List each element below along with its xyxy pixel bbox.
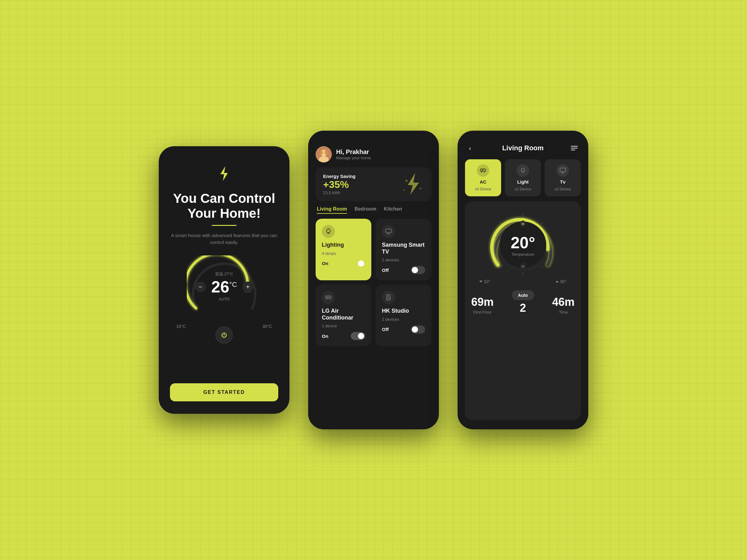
lg-ac-status: On [322, 334, 328, 339]
lighting-toggle[interactable] [351, 260, 365, 268]
device-card-samsung-tv[interactable]: Samsung Smart TV 2 devices Off [376, 219, 431, 280]
light-type-icon [517, 164, 529, 177]
lighting-name: Lighting [322, 242, 365, 248]
power-button[interactable] [215, 326, 233, 344]
profile-text: Hi, Prakhar Manage your home [336, 149, 371, 160]
dial-temperature: 20° [511, 233, 535, 252]
temp-controls: − 26°C + [195, 279, 253, 295]
lg-ac-footer: On [322, 332, 365, 340]
svg-text:⊕: ⊕ [522, 264, 524, 268]
phone-2: Hi, Prakhar Manage your home Energy Savi… [308, 131, 439, 429]
device-type-grid: AC x4 Device Light x2 Device Tv [465, 159, 581, 196]
device-card-lg-ac[interactable]: LG Air Conditionar 1 device On [316, 285, 371, 346]
svg-point-9 [419, 188, 421, 189]
stats-row: 69m First Floor Auto 2 46m Time [471, 290, 574, 315]
tv-icon [559, 167, 566, 174]
auto-badge[interactable]: Auto [512, 290, 534, 300]
hk-studio-count: 2 devices [382, 317, 425, 322]
dial-container: ❄ ⊕ 20° Temperature [486, 208, 560, 282]
stat1-label: First Floor [473, 310, 492, 315]
get-started-button[interactable]: GET STARTED [170, 383, 278, 401]
tv-type-name: Tv [560, 179, 566, 185]
hk-studio-icon [382, 291, 395, 304]
device-card-hk-studio[interactable]: HK Studio 2 devices Off [376, 285, 431, 346]
svg-line-42 [548, 229, 550, 230]
lighting-status: On [322, 261, 328, 266]
ac-type-count: x4 Device [475, 187, 491, 191]
hk-studio-toggle[interactable] [411, 325, 425, 334]
ac-icon [480, 167, 487, 174]
device-card-lighting[interactable]: Lighting 4 lamps On [316, 219, 371, 280]
thermostat: 室温 27°C − 26°C + AUTO [187, 256, 261, 318]
devices-grid: Lighting 4 lamps On Samsung Smart TV 2 d… [316, 219, 431, 346]
dial-temp-label: Temperature [511, 252, 535, 257]
svg-point-11 [327, 229, 330, 233]
stat3-value: 46m [552, 296, 574, 309]
temp-minus-btn[interactable]: − [195, 282, 206, 292]
ac-type-name: AC [480, 179, 487, 185]
hk-studio-status: Off [382, 327, 389, 332]
greeting: Hi, Prakhar [336, 149, 371, 156]
samsung-tv-name: Samsung Smart TV [382, 242, 425, 255]
tab-living-room[interactable]: Living Room [317, 206, 347, 214]
speaker-icon [385, 294, 392, 301]
min-temp: 16°C [176, 324, 186, 344]
device-type-light[interactable]: Light x2 Device [505, 159, 541, 196]
phone-3: ‹ Living Room AC x4 Device [458, 131, 588, 429]
svg-rect-30 [560, 168, 566, 172]
svg-point-8 [405, 180, 408, 182]
svg-marker-7 [408, 173, 419, 195]
energy-bolt-decoration [400, 171, 425, 197]
monitor-icon [385, 228, 392, 235]
ac-device-icon [325, 294, 332, 301]
lg-ac-count: 1 device [322, 324, 365, 328]
svg-text:❄: ❄ [521, 222, 524, 226]
thermostat-labels: 室温 27°C − 26°C + AUTO [187, 256, 261, 318]
temp-plus-btn[interactable]: + [242, 282, 253, 292]
lg-ac-toggle[interactable] [351, 332, 365, 340]
svg-point-5 [320, 150, 323, 155]
back-button[interactable]: ‹ [465, 143, 475, 153]
light-icon [519, 167, 526, 174]
power-icon [221, 331, 228, 339]
stat-first-floor: 69m First Floor [471, 296, 494, 315]
samsung-tv-status: Off [382, 268, 389, 273]
tv-icon-samsung [382, 225, 395, 238]
svg-point-22 [387, 297, 390, 299]
tab-kitchen[interactable]: Kitchen [384, 206, 402, 214]
current-temp: 26°C [211, 279, 237, 295]
stat-time: 46m Time [552, 296, 574, 315]
lighting-icon [322, 225, 335, 238]
max-temp: 30°C [262, 324, 272, 344]
hk-studio-name: HK Studio [382, 308, 425, 315]
svg-marker-0 [221, 166, 228, 181]
svg-rect-24 [480, 169, 486, 171]
dial-center: 20° Temperature [511, 233, 535, 257]
phone3-header: ‹ Living Room [465, 143, 581, 153]
tv-type-icon [557, 164, 569, 177]
light-type-name: Light [517, 179, 529, 185]
ac-type-icon [477, 164, 489, 177]
profile-subtitle: Manage your home [336, 156, 371, 160]
auto-label: AUTO [218, 297, 230, 301]
avatar [316, 146, 332, 162]
tab-bedroom[interactable]: Bedroom [355, 206, 376, 214]
device-type-ac[interactable]: AC x4 Device [465, 159, 501, 196]
room-temp: 室温 27°C [215, 271, 233, 277]
samsung-tv-count: 2 devices [382, 258, 425, 262]
menu-button[interactable] [571, 143, 581, 153]
phone1-subtitle: A smart house with advanced fearures tha… [170, 232, 278, 246]
room-tabs: Living Room Bedroom Kitchen [316, 206, 431, 214]
thermostat-big: ❄ ⊕ 20° Temperature 10° 30° 69m [465, 201, 581, 420]
device-type-tv[interactable]: Tv x2 Device [545, 159, 581, 196]
svg-point-29 [521, 168, 525, 172]
hk-studio-footer: Off [382, 325, 425, 334]
stat1-value: 69m [471, 296, 494, 309]
svg-line-41 [538, 217, 539, 220]
bolt-icon [215, 165, 233, 182]
samsung-tv-toggle[interactable] [411, 266, 425, 274]
title-underline [212, 225, 236, 226]
stat3-label: Time [559, 310, 568, 315]
profile-header: Hi, Prakhar Manage your home [316, 146, 431, 162]
lighting-footer: On [322, 260, 365, 268]
